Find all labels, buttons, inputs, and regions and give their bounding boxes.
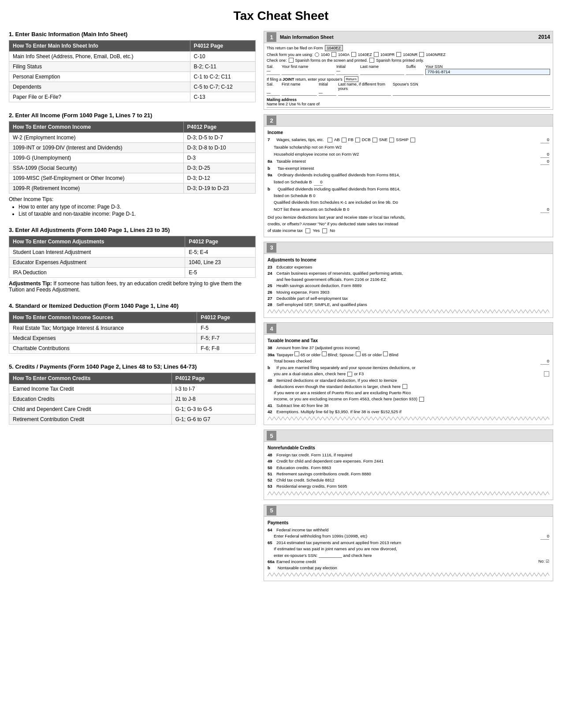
panel-4-header: 4 xyxy=(264,323,553,335)
section-1: 1. Enter Basic Information (Main Info Sh… xyxy=(9,31,256,102)
line51: 51Retirement savings contributions credi… xyxy=(268,471,549,477)
scholarship-text: Taxable scholarship not on Form W2 xyxy=(274,145,342,149)
table-row: Educator Expenses Adjustment1040, Line 2… xyxy=(9,258,256,268)
line28: 28Self-employed SEP, SIMPLE, and qualifi… xyxy=(268,302,549,308)
income-label: Income xyxy=(268,129,549,136)
chk-39b[interactable] xyxy=(544,371,549,377)
row-page: C-5 to C-7; C-12 xyxy=(190,82,255,92)
chk-40a[interactable] xyxy=(402,384,407,389)
zigzag-5a xyxy=(268,492,549,495)
section-5: 5. Credits / Payments (Form 1040 Page 2,… xyxy=(9,363,256,425)
chk-ab[interactable] xyxy=(328,138,332,142)
line9b-sub3-text: NOT list these amounts on Schedule B 0 xyxy=(274,206,349,213)
total-boxes-val: 0 xyxy=(540,358,549,365)
chk-blind-sp[interactable] xyxy=(383,351,388,356)
chk-40b[interactable] xyxy=(419,397,424,402)
row-page: D-3; D-8 to D-10 xyxy=(183,143,255,153)
line8a-val: 0 xyxy=(540,158,549,165)
line49-num: 49 xyxy=(268,458,275,464)
table-row: 1099-G (Unemployment)D-3 xyxy=(9,153,256,163)
row-page: J1 to J-8 xyxy=(171,394,255,404)
hdr-suffix: Suffix xyxy=(406,64,424,69)
zigzag-3 xyxy=(268,310,549,313)
row-label: Personal Exemption xyxy=(9,72,190,82)
panel-5a-body: Nonrefundable Credits 48Foreign tax cred… xyxy=(264,442,553,500)
chk-1040nr[interactable] xyxy=(396,52,401,57)
section-1-title: 1. Enter Basic Information (Main Info Sh… xyxy=(9,31,256,37)
line64: 64Federal income tax withheld xyxy=(268,527,549,533)
line38: 38Amount from line 37 (adjusted gross in… xyxy=(268,345,549,351)
chk-1040a[interactable] xyxy=(331,52,336,57)
line9b-sub2-text: Qualified dividends from Schedules K-1 a… xyxy=(274,200,398,205)
itemize-text3: of state income tax xyxy=(268,228,303,234)
row-label: Medical Expenses xyxy=(9,333,197,343)
lbl-65tp: 65 or older xyxy=(299,352,322,357)
zigzag-5b xyxy=(268,573,549,576)
chk-spanish1[interactable] xyxy=(289,58,294,63)
line8a-num: 8a xyxy=(268,158,275,165)
row-page: F-6; F-8 xyxy=(197,343,256,354)
chk-dcb[interactable] xyxy=(355,138,360,142)
panel-3-body: Adjustments to Income 23Educator expense… xyxy=(264,254,553,318)
chk-65tp[interactable] xyxy=(294,351,299,356)
panel-num-3: 3 xyxy=(267,243,276,253)
form-filed-row: This return can be filed on Form 1040EZ xyxy=(267,45,550,51)
line38-num: 38 xyxy=(268,345,275,351)
chk-sship[interactable] xyxy=(389,138,394,142)
chk-1040pr[interactable] xyxy=(374,52,379,57)
line42-text: Exemptions. Multiply line 6d by $3,950. … xyxy=(276,409,402,414)
section-3-tip: Adjustments Tip: If someone has tuition … xyxy=(9,280,256,293)
line40: 40Itemized deductions or standard deduct… xyxy=(268,377,549,384)
line65-sub2-text: enter ex-spouse's SSN: __________ and ch… xyxy=(274,553,372,558)
section-4: 4. Standard or Itemized Deduction (Form … xyxy=(9,302,256,354)
chk-no[interactable] xyxy=(322,228,327,233)
line50-text: Education credits. Form 8863 xyxy=(276,465,331,470)
chk-yes[interactable] xyxy=(305,228,310,233)
line27: 27Deductible part of self-employment tax xyxy=(268,295,549,302)
tip-2: List of taxable and non-taxable income: … xyxy=(19,211,256,217)
panel-year-1: 2014 xyxy=(538,34,550,40)
row-label: SSA-1099 (Social Security) xyxy=(9,163,184,173)
chk-extra[interactable] xyxy=(410,138,415,142)
row-page: G-1; G-6 to G7 xyxy=(171,414,255,425)
line39a-num: 39a xyxy=(268,352,275,358)
line49: 49Credit for child and dependent care ex… xyxy=(268,458,549,464)
line53-num: 53 xyxy=(268,483,275,489)
panel-5a-header: 5 xyxy=(264,430,553,442)
chk-fb[interactable] xyxy=(342,138,346,142)
line66a-row: 66a Earned income credit No: ☑ xyxy=(268,559,549,565)
chk-f3[interactable] xyxy=(347,372,352,377)
chk-sne[interactable] xyxy=(372,138,377,142)
line40-text: Itemized deductions or standard deductio… xyxy=(276,378,397,383)
line27-num: 27 xyxy=(268,295,275,302)
line39b-text: If you are married filing separately and… xyxy=(276,365,416,370)
line8a-row: 8a Taxable interest 0 xyxy=(268,158,549,165)
table-row: 1099-INT or 1099-DIV (Interest and Divid… xyxy=(9,143,256,153)
sp-initial: Initial xyxy=(319,82,336,91)
lbl-blind-sp: Blind xyxy=(388,352,398,357)
nonref-label: Nonrefundable Credits xyxy=(268,444,549,451)
table-row: Main Info Sheet (Address, Phone, Email, … xyxy=(9,52,256,62)
row-page: E-5; E-4 xyxy=(185,247,256,258)
sp-ssn: Spouse's SSN xyxy=(393,82,550,91)
chk-65sp[interactable] xyxy=(356,351,361,356)
line9b-val: 0 xyxy=(540,206,549,213)
chk-spanish2[interactable] xyxy=(369,58,374,63)
line65-sub1: If estimated tax was paid in joint names… xyxy=(274,546,549,552)
return-button[interactable]: Return xyxy=(344,76,358,82)
line24-num: 24 xyxy=(268,270,275,276)
col-header-page5: P4012 Page xyxy=(171,373,255,384)
col-header-page: P4012 Page xyxy=(190,41,255,52)
chk-1040ez[interactable] xyxy=(351,52,356,57)
panel-3-header: 3 xyxy=(264,242,553,254)
chk-1040nrez[interactable] xyxy=(419,52,424,57)
radio-1040[interactable] xyxy=(315,52,319,57)
chk-blind-tp[interactable] xyxy=(322,351,327,356)
line9b-sub3: NOT list these amounts on Schedule B 0 0 xyxy=(274,206,549,213)
form-panel-1: 1 Main Information Sheet 2014 This retur… xyxy=(264,31,553,110)
line65-sub2: enter ex-spouse's SSN: __________ and ch… xyxy=(274,553,549,559)
line48: 48Foreign tax credit. Form 1116, if requ… xyxy=(268,452,549,458)
line65-text: 2014 estimated tax payments and amount a… xyxy=(276,540,401,545)
line52-text: Child tax credit. Schedule 8812 xyxy=(276,478,335,482)
line39b-sub-text: you are a dual-status alien, check here xyxy=(274,371,346,377)
